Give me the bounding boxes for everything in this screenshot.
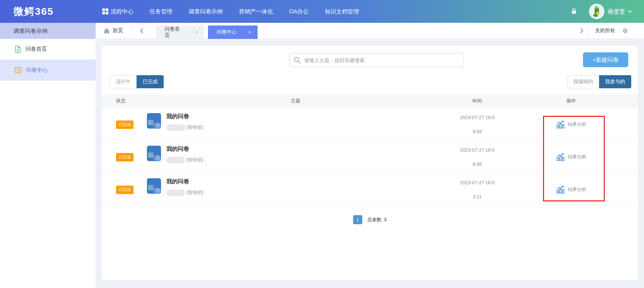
questionnaire-icon: [146, 112, 162, 129]
survey-title[interactable]: 我的问卷: [166, 145, 203, 153]
questionnaire-icon: [146, 178, 162, 194]
time-line2: 9:09: [444, 129, 511, 134]
main-nav: 流程中心 任务管理 调查问卷示例 营销产一体化 OA办公 知识文档管理: [102, 8, 359, 15]
tab-bar: 首页 问卷首页 × 问卷中心 × 关闭所有 ⚙: [96, 23, 644, 39]
sidebar-item-survey-home[interactable]: 问卷首页: [0, 39, 96, 60]
tab-survey-home[interactable]: 问卷首页 ×: [156, 26, 204, 39]
time-cell: 2023-07-27 16:0 9:09: [444, 108, 511, 141]
tab-label: 问卷首页: [165, 26, 184, 39]
result-analysis-button[interactable]: 结果分析: [534, 141, 608, 173]
subject-cell: 我的问卷 [营销部]: [146, 145, 203, 163]
subject-cell: 我的问卷 [营销部]: [146, 178, 203, 196]
checklist-icon: [15, 67, 21, 73]
sidebar-item-label: 问卷中心: [26, 67, 48, 74]
time-line2: 6:58: [444, 161, 511, 167]
sidebar-item-label: 问卷首页: [25, 46, 47, 53]
filter-completed[interactable]: 已完成: [137, 75, 164, 88]
time-cell: 2023-07-27 16:0 6:58: [444, 141, 511, 173]
result-analysis-label: 结果分析: [568, 187, 587, 193]
nav-item-label: 调查问卷示例: [189, 8, 223, 15]
column-header-subject: 主题: [262, 94, 329, 108]
time-line1: 2023-07-27 16:0: [444, 147, 511, 153]
status-badge: 已完成: [116, 186, 133, 194]
dept-label: [营销部]: [186, 190, 203, 196]
navbar-right: 杨雯雯: [571, 4, 632, 19]
survey-title[interactable]: 我的问卷: [166, 178, 203, 185]
chart-icon: [556, 120, 565, 129]
survey-title[interactable]: 我的问卷: [166, 112, 203, 120]
filter-in-progress[interactable]: 进行中: [110, 75, 137, 88]
table-row: 已完成 我的问卷 [营销部] 2023-07-27 16:0 6:58: [102, 141, 638, 173]
subject-cell: 我的问卷 [营销部]: [146, 112, 203, 131]
subject-text: 我的问卷 [营销部]: [166, 145, 203, 163]
time-cell: 2023-07-27 16:0 3:11: [444, 173, 511, 206]
grid-icon: [102, 8, 108, 14]
time-line1: 2023-07-27 16:0: [444, 180, 511, 185]
user-name[interactable]: 杨雯雯: [608, 8, 625, 15]
app-logo[interactable]: 微鳄365: [13, 5, 69, 18]
search-box: [289, 53, 464, 67]
close-all-button[interactable]: 关闭所有: [595, 28, 615, 34]
table-row: 已完成 我的问卷 [营销部] 2023-07-27 16:0 9:09: [102, 108, 638, 141]
sidebar-item-survey-center[interactable]: 问卷中心: [0, 60, 96, 81]
redacted-name: [166, 157, 185, 163]
tabbar-actions: 关闭所有 ⚙: [580, 23, 644, 39]
table-header: 状态 主题 时间 操作: [102, 94, 638, 108]
nav-item-marketing-integration[interactable]: 营销产一体化: [239, 8, 273, 15]
chevron-down-icon[interactable]: [628, 10, 632, 13]
survey-byline: [营销部]: [166, 189, 203, 196]
nav-item-task-management[interactable]: 任务管理: [150, 8, 172, 15]
column-header-time: 时间: [444, 94, 511, 108]
nav-item-process-center[interactable]: 流程中心: [102, 8, 133, 15]
time-line1: 2023-07-27 16:0: [444, 115, 511, 120]
result-analysis-label: 结果分析: [568, 122, 587, 128]
chart-icon: [556, 153, 565, 161]
sidebar: 调查问卷示例 问卷首页 问卷中心: [0, 23, 96, 288]
nav-item-knowledge-docs[interactable]: 知识文档管理: [325, 8, 359, 15]
result-analysis-button[interactable]: 结果分析: [534, 173, 608, 206]
tab-label: 问卷中心: [217, 29, 237, 35]
nav-item-survey-example[interactable]: 调查问卷示例: [189, 8, 223, 15]
page-1-button[interactable]: 1: [353, 215, 362, 224]
result-analysis-label: 结果分析: [568, 154, 587, 160]
sidebar-title: 调查问卷示例: [0, 23, 96, 39]
nav-item-label: 流程中心: [111, 8, 133, 15]
gear-icon[interactable]: ⚙: [623, 28, 628, 34]
time-line2: 3:11: [444, 194, 511, 199]
app-root: 微鳄365 流程中心 任务管理 调查问卷示例 营销产一体化 OA办公 知识文档管…: [0, 0, 644, 288]
questionnaire-icon: [146, 145, 162, 162]
result-analysis-button[interactable]: 结果分析: [534, 108, 608, 141]
status-filter-group: 进行中 已完成: [110, 75, 164, 88]
main-content: +新建问卷 进行中 已完成 我编辑的 我参与的 状态 主题 时间 操作 已完成: [96, 39, 644, 288]
search-input[interactable]: [304, 57, 460, 63]
avatar[interactable]: [589, 4, 604, 19]
tab-home[interactable]: 首页: [96, 23, 131, 39]
table-row: 已完成 我的问卷 [营销部] 2023-07-27 16:0 3:11: [102, 173, 638, 206]
dept-label: [营销部]: [186, 125, 203, 131]
lock-icon[interactable]: [571, 8, 577, 15]
divider: [588, 23, 588, 39]
tab-survey-center[interactable]: 问卷中心 ×: [208, 26, 258, 39]
filter-i-participated[interactable]: 我参与的: [599, 75, 631, 88]
redacted-name: [166, 189, 185, 196]
filter-i-edited[interactable]: 我编辑的: [567, 75, 599, 88]
status-badge: 已完成: [116, 121, 133, 129]
home-icon: [104, 28, 110, 34]
nav-item-label: 知识文档管理: [325, 8, 359, 15]
close-icon[interactable]: ×: [248, 29, 251, 35]
chevron-right-icon[interactable]: [580, 28, 583, 34]
total-count-label: 总条数: 3: [367, 217, 387, 223]
column-header-status: 状态: [116, 94, 125, 108]
close-icon[interactable]: ×: [196, 29, 199, 35]
status-badge: 已完成: [116, 153, 133, 161]
chevron-left-icon[interactable]: [140, 28, 144, 34]
pagination: 1 总条数: 3: [102, 215, 638, 224]
chart-icon: [556, 185, 565, 194]
new-survey-button[interactable]: +新建问卷: [583, 52, 628, 67]
survey-byline: [营销部]: [166, 157, 203, 163]
top-navbar: 微鳄365 流程中心 任务管理 调查问卷示例 营销产一体化 OA办公 知识文档管…: [0, 0, 644, 23]
nav-item-label: 任务管理: [150, 8, 172, 15]
survey-list-card: +新建问卷 进行中 已完成 我编辑的 我参与的 状态 主题 时间 操作 已完成: [101, 45, 638, 281]
nav-item-oa-office[interactable]: OA办公: [289, 8, 309, 15]
redacted-name: [166, 124, 185, 131]
